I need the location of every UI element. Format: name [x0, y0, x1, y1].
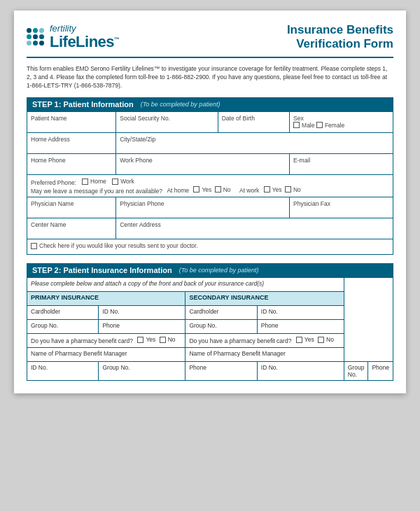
home-address-label: Home Address — [27, 133, 116, 154]
results-check-row: Check here if you would like your result… — [27, 239, 393, 255]
step2-title: STEP 2: Patient Insurance Information — [32, 266, 172, 274]
email-label: E-mail — [290, 154, 393, 175]
table-row: Do you have a pharmacy benefit card? Yes… — [27, 334, 393, 348]
secondary-bottom-id-label: ID No. — [257, 362, 344, 381]
primary-pharmacy-manager-label: Name of Pharmacy Benefit Manager — [27, 348, 186, 362]
step1-header: STEP 1: Patient Information (To be compl… — [27, 97, 393, 111]
step1-table: Patient Name Social Security No. Date of… — [27, 111, 393, 255]
primary-bottom-id-label: ID No. — [27, 362, 99, 381]
secondary-bottom-group-label: Group No. — [344, 362, 368, 381]
logo-dot — [33, 41, 38, 46]
secondary-bottom-phone-label: Phone — [368, 362, 393, 381]
at-work-no[interactable]: No — [285, 186, 301, 193]
pref-home-option[interactable]: Home — [82, 178, 106, 185]
attach-note: Please complete below and attach a copy … — [27, 278, 344, 292]
logo-dot — [33, 34, 38, 39]
logo-dot — [27, 28, 31, 33]
form-title-line1: Insurance Benefits — [287, 23, 393, 37]
step2-table: Please complete below and attach a copy … — [27, 277, 393, 381]
male-checkbox[interactable] — [293, 122, 300, 128]
logo-dot — [27, 41, 31, 46]
physician-phone-label: Physician Phone — [116, 197, 290, 218]
home-phone-label: Home Phone — [27, 154, 116, 175]
logo-area: fertility LifeLines™ — [27, 24, 120, 50]
secondary-cardholder-label: Cardholder — [186, 306, 257, 320]
header: fertility LifeLines™ Insurance Benefits … — [27, 23, 393, 58]
results-checkbox[interactable] — [31, 243, 37, 249]
form-title: Insurance Benefits Verification Form — [287, 23, 393, 51]
center-name-label: Center Name — [27, 218, 116, 239]
logo-fertility-label: fertility — [50, 24, 120, 34]
intro-text: This form enables EMD Serono Fertility L… — [27, 65, 393, 90]
sex-female-option[interactable]: Female — [316, 122, 344, 129]
table-row: Home Phone Work Phone E-mail — [27, 154, 393, 175]
female-checkbox[interactable] — [316, 122, 323, 128]
at-work-label: At work — [239, 187, 259, 194]
logo-dot — [33, 28, 38, 33]
center-address-label: Center Address — [116, 218, 393, 239]
secondary-insurance-header: SECONDARY INSURANCE — [186, 292, 344, 306]
preferred-phone-label: Preferred Phone: — [31, 179, 76, 186]
table-row: Patient Name Social Security No. Date of… — [27, 111, 393, 133]
logo-dot — [27, 34, 31, 39]
secondary-group-label: Group No. — [186, 320, 257, 334]
step2-subtitle: (To be completed by patient) — [179, 267, 259, 274]
voicemail-label: May we leave a message if you are not av… — [31, 187, 162, 194]
primary-pharmacy-no[interactable]: No — [160, 336, 176, 343]
secondary-id-label: ID No. — [257, 306, 344, 320]
primary-bottom-group-label: Group No. — [99, 362, 186, 381]
pref-work-option[interactable]: Work — [112, 178, 134, 185]
at-work-yes[interactable]: Yes — [264, 186, 282, 193]
logo-dots — [27, 28, 44, 46]
step1-subtitle: (To be completed by patient) — [141, 101, 220, 108]
step1-title: STEP 1: Patient Information — [32, 100, 134, 108]
table-row: Center Name Center Address — [27, 218, 393, 239]
table-row: Physician Name Physician Phone Physician… — [27, 197, 393, 218]
at-home-option: At home — [167, 187, 189, 194]
logo-text: fertility LifeLines™ — [50, 24, 120, 50]
form-title-line2: Verification Form — [287, 37, 393, 51]
logo-dot — [39, 34, 44, 39]
at-home-yes[interactable]: Yes — [193, 186, 211, 193]
primary-phone-label: Phone — [99, 320, 186, 334]
patient-name-label: Patient Name — [27, 111, 116, 133]
primary-insurance-header: PRIMARY INSURANCE — [27, 292, 186, 306]
table-row: Preferred Phone: Home Work May we leave … — [27, 175, 393, 197]
table-row: Group No. Phone Group No. Phone — [27, 320, 393, 334]
work-phone-label: Work Phone — [116, 154, 290, 175]
primary-cardholder-label: Cardholder — [27, 306, 99, 320]
primary-pharmacy-question: Do you have a pharmacy benefit card? Yes… — [27, 334, 186, 348]
at-home-no[interactable]: No — [215, 186, 231, 193]
pref-home-checkbox[interactable] — [82, 178, 88, 185]
logo-lifelines-label: LifeLines™ — [50, 34, 120, 50]
primary-id-label: ID No. — [99, 306, 186, 320]
form-page: fertility LifeLines™ Insurance Benefits … — [14, 10, 406, 393]
sex-label: Sex Male Female — [290, 111, 393, 133]
primary-pharmacy-yes[interactable]: Yes — [137, 336, 155, 343]
primary-bottom-phone-label: Phone — [186, 362, 257, 381]
pref-work-checkbox[interactable] — [112, 178, 118, 185]
table-row: PRIMARY INSURANCE SECONDARY INSURANCE — [27, 292, 393, 306]
logo-dot — [39, 41, 44, 46]
table-row: Home Address City/State/Zip — [27, 133, 393, 154]
table-row: Name of Pharmacy Benefit Manager Name of… — [27, 348, 393, 362]
sex-male-option[interactable]: Male — [293, 122, 314, 129]
logo-dot — [39, 28, 44, 33]
secondary-pharmacy-question: Do you have a pharmacy benefit card? Yes… — [186, 334, 344, 348]
primary-group-label: Group No. — [27, 320, 99, 334]
secondary-pharmacy-no[interactable]: No — [318, 336, 334, 343]
table-row: Check here if you would like your result… — [27, 239, 393, 255]
secondary-pharmacy-manager-label: Name of Pharmacy Benefit Manager — [186, 348, 344, 362]
physician-name-label: Physician Name — [27, 197, 116, 218]
city-state-zip-label: City/State/Zip — [116, 133, 393, 154]
ssn-label: Social Security No. — [116, 111, 218, 133]
step2-header: STEP 2: Patient Insurance Information (T… — [27, 263, 393, 277]
results-check-option[interactable]: Check here if you would like your result… — [31, 242, 198, 249]
secondary-pharmacy-yes[interactable]: Yes — [296, 336, 314, 343]
physician-fax-label: Physician Fax — [290, 197, 393, 218]
table-row: ID No. Group No. Phone ID No. Group No. … — [27, 362, 393, 381]
table-row: Cardholder ID No. Cardholder ID No. — [27, 306, 393, 320]
dob-label: Date of Birth — [218, 111, 289, 133]
secondary-phone-label: Phone — [257, 320, 344, 334]
table-row: Please complete below and attach a copy … — [27, 278, 393, 292]
